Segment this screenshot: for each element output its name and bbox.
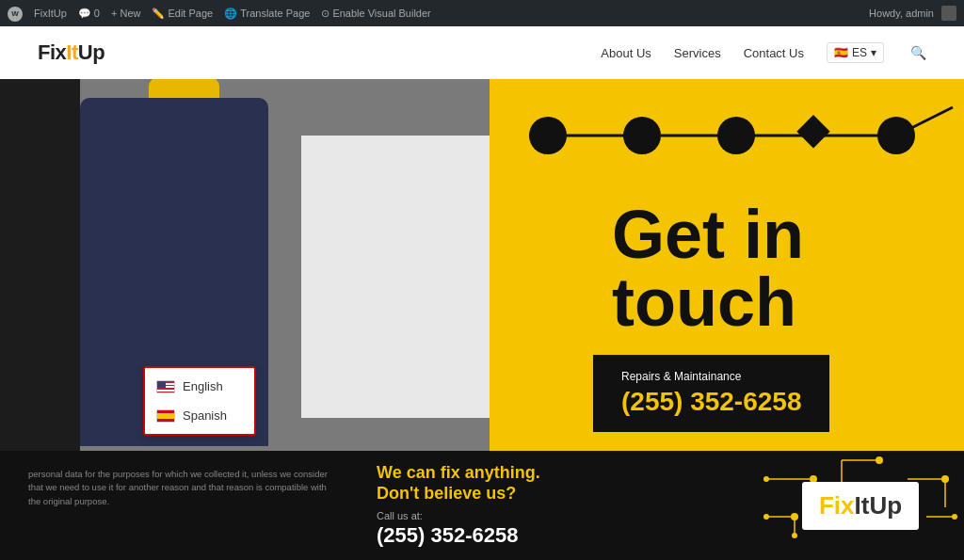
wall-element — [301, 136, 490, 418]
hero-content-right: Get in touch Repairs & Maintainance (255… — [490, 79, 964, 451]
admin-bar: W FixItUp 💬 0 + New ✏️ Edit Page 🌐 Trans… — [0, 0, 964, 26]
nav-services[interactable]: Services — [674, 46, 721, 60]
pencil-icon: ✏️ — [152, 8, 165, 20]
admin-visual-builder[interactable]: ⊙ Enable Visual Builder — [321, 8, 430, 20]
contact-label: Repairs & Maintainance — [621, 370, 801, 383]
admin-bar-right: Howdy, admin — [869, 6, 956, 21]
admin-comments[interactable]: 💬 0 — [78, 8, 100, 20]
brand-fix: Fix — [819, 491, 855, 520]
site-logo[interactable]: FixItUp — [38, 40, 104, 65]
svg-point-23 — [763, 476, 769, 482]
hero-headline: Get in touch — [555, 182, 926, 355]
nav-about[interactable]: About Us — [601, 46, 651, 60]
lang-option-spanish[interactable]: Spanish — [145, 401, 254, 430]
footer-section: English Spanish personal data for the pu… — [0, 451, 964, 560]
flag-es-icon: 🇪🇸 — [834, 46, 848, 59]
footer-brand-logo: FixItUp — [802, 482, 919, 530]
svg-point-5 — [529, 117, 567, 154]
admin-avatar[interactable] — [941, 6, 956, 21]
footer-body-text: personal data for the purposes for which… — [28, 468, 339, 508]
footer-text-area: personal data for the purposes for which… — [0, 451, 358, 560]
admin-translate[interactable]: 🌐 Translate Page — [224, 8, 310, 20]
wp-logo[interactable]: W — [8, 5, 23, 22]
svg-point-26 — [952, 514, 957, 520]
flag-us-icon — [156, 380, 175, 393]
chevron-down-icon: ▾ — [871, 46, 876, 59]
flag-es-dropdown-icon — [156, 409, 175, 423]
svg-point-6 — [623, 117, 661, 154]
bubble-icon: 💬 — [78, 8, 91, 20]
site-nav: About Us Services Contact Us 🇪🇸 ES ▾ 🔍 — [601, 42, 926, 63]
footer-tagline: We can fix anything. Don't believe us? — [377, 463, 738, 504]
admin-new[interactable]: + New — [111, 8, 141, 19]
footer-logo-area: FixItUp — [757, 451, 964, 560]
footer-call-label: Call us at: — [377, 510, 738, 521]
nav-contact[interactable]: Contact Us — [744, 46, 804, 60]
svg-point-25 — [792, 533, 797, 538]
admin-howdy: Howdy, admin — [869, 8, 934, 19]
footer-center: We can fix anything. Don't believe us? C… — [358, 451, 757, 560]
footer-phone: (255) 352-6258 — [377, 523, 738, 548]
contact-phone: (255) 352-6258 — [621, 387, 801, 417]
svg-rect-9 — [796, 115, 829, 148]
lang-option-english[interactable]: English — [145, 372, 254, 401]
lang-selector[interactable]: 🇪🇸 ES ▾ — [827, 42, 884, 63]
svg-point-21 — [941, 475, 949, 483]
worker-helmet — [149, 79, 219, 100]
svg-point-24 — [763, 514, 769, 520]
svg-point-8 — [877, 117, 915, 154]
door-element — [0, 79, 80, 451]
site-header: FixItUp About Us Services Contact Us 🇪🇸 … — [0, 26, 964, 79]
contact-box: Repairs & Maintainance (255) 352-6258 — [593, 355, 829, 432]
svg-point-7 — [717, 117, 755, 154]
admin-edit-page[interactable]: ✏️ Edit Page — [152, 8, 213, 20]
svg-point-20 — [791, 513, 798, 520]
lang-dropdown[interactable]: English Spanish — [143, 366, 256, 436]
brand-it: ItUp — [855, 491, 903, 520]
svg-point-22 — [876, 456, 883, 464]
translate-icon: 🌐 — [224, 8, 237, 20]
admin-site-name[interactable]: FixItUp — [34, 8, 67, 19]
search-icon[interactable]: 🔍 — [910, 45, 926, 60]
divi-icon: ⊙ — [321, 8, 329, 20]
